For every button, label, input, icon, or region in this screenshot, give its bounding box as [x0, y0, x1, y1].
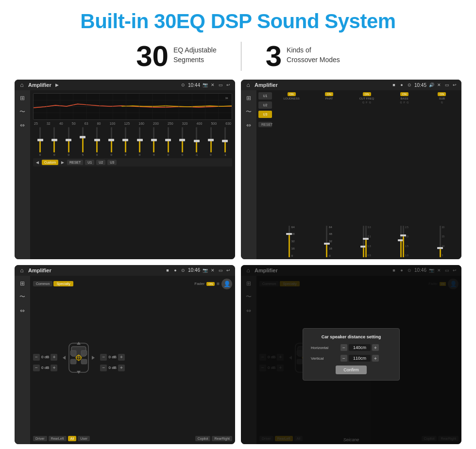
eq-slider-5[interactable]: 0 — [91, 127, 103, 156]
arrows-icon-3[interactable]: ⇔ — [17, 307, 27, 315]
eq-slider-6[interactable]: 0 — [105, 127, 117, 156]
amp-topbar-icons: ■ ● ⊙ 10:45 🔊 ✕ ▭ ↩ — [391, 82, 458, 88]
next-arrow[interactable]: ► — [60, 160, 65, 165]
eq-slider-1[interactable]: 0 — [34, 127, 46, 156]
preset-u1[interactable]: U1 — [258, 92, 272, 100]
stat-eq: 30 EQ AdjustableSegments — [136, 42, 216, 71]
eq-slider-2[interactable]: 0 — [48, 127, 60, 156]
home-icon-2[interactable]: ⌂ — [245, 82, 252, 88]
eq-icon[interactable]: ⊞ — [17, 94, 27, 102]
eq-slider-12[interactable]: -1 — [190, 127, 203, 156]
preset-u2[interactable]: U2 — [258, 101, 272, 109]
amp-reset[interactable]: RESET — [258, 122, 272, 127]
eq-icon-2[interactable]: ⊞ — [244, 94, 254, 102]
amp-cutfreq: ON CUT FREQ G F G — [349, 92, 384, 257]
home-icon-3[interactable]: ⌂ — [18, 267, 25, 274]
amp-topbar: ⌂ Amplifier ■ ● ⊙ 10:45 🔊 ✕ ▭ ↩ — [241, 80, 461, 90]
stat-eq-desc: EQ AdjustableSegments — [173, 42, 217, 65]
plus-left-bottom[interactable]: + — [51, 365, 57, 371]
btn-driver[interactable]: Driver — [33, 436, 47, 441]
eq-time: 10:44 — [188, 83, 200, 88]
eq-slider-13[interactable]: 0 — [204, 127, 217, 156]
eq-icon-3[interactable]: ⊞ — [17, 280, 27, 287]
page-wrapper: Built-in 30EQ DSP Sound System 30 EQ Adj… — [0, 0, 476, 449]
plus-right-bottom[interactable]: + — [118, 365, 125, 371]
location-icon-2: ⊙ — [407, 82, 412, 88]
close-icon-2[interactable]: ✕ — [436, 82, 442, 88]
reset-btn[interactable]: RESET — [67, 160, 83, 165]
amp-sub: ON SUB G 2015105 — [425, 92, 459, 257]
horizontal-plus[interactable]: + — [372, 344, 379, 351]
home-icon[interactable]: ⌂ — [18, 82, 25, 88]
play-icon[interactable]: ▶ — [54, 82, 60, 88]
horizontal-minus[interactable]: − — [340, 344, 347, 351]
vertical-label: Vertical — [311, 356, 338, 361]
minimize-icon[interactable]: ▭ — [218, 82, 223, 88]
eq-slider-10[interactable]: 0 — [162, 127, 174, 156]
amp-main: U1 U2 U3 RESET ON LOUDNESS — [256, 90, 461, 259]
svg-rect-22 — [81, 350, 87, 355]
u2-btn[interactable]: U2 — [96, 160, 105, 165]
btn-rearleft[interactable]: RearLeft — [49, 436, 67, 441]
close-icon-3[interactable]: ✕ — [210, 267, 216, 273]
tab-common[interactable]: Common — [33, 281, 52, 286]
wave-icon-2[interactable]: 〜 — [244, 108, 254, 116]
plus-left-top[interactable]: + — [51, 354, 57, 361]
horizontal-row: Horizontal − 140cm + — [311, 344, 391, 351]
tab-specialty[interactable]: Specialty — [53, 281, 73, 286]
eq-slider-8[interactable]: 0 — [134, 127, 146, 156]
camera-icon-2[interactable]: 📷 — [202, 267, 208, 273]
stats-row: 30 EQ AdjustableSegments 3 Kinds ofCross… — [68, 42, 408, 71]
wave-icon[interactable]: 〜 — [17, 108, 27, 116]
arrows-icon[interactable]: ⇔ — [17, 121, 27, 129]
plus-right-top[interactable]: + — [118, 354, 125, 361]
screen-eq: ⌂ Amplifier ▶ ⊙ 10:44 📷 ✕ ▭ ↩ ⊞ 〜 ⇔ — [15, 80, 235, 259]
minus-left-top[interactable]: − — [33, 354, 40, 361]
vertical-minus[interactable]: − — [340, 355, 347, 362]
minus-left-bottom[interactable]: − — [33, 365, 40, 371]
bass-on: ON — [400, 92, 408, 96]
back-icon-3[interactable]: ↩ — [225, 267, 231, 273]
amp-loudness: ON LOUDNESS 64 48 32 — [274, 92, 309, 257]
arrows-icon-2[interactable]: ⇔ — [244, 121, 254, 129]
stat-eq-number: 30 — [136, 42, 169, 71]
confirm-button[interactable]: Confirm — [336, 366, 367, 374]
page-title: Built-in 30EQ DSP Sound System — [80, 10, 395, 33]
eq-slider-9[interactable]: 0 — [148, 127, 160, 156]
minimize-icon-3[interactable]: ▭ — [218, 267, 223, 273]
eq-topbar: ⌂ Amplifier ▶ ⊙ 10:44 📷 ✕ ▭ ↩ — [15, 80, 235, 90]
u1-btn[interactable]: U1 — [85, 160, 94, 165]
minus-right-top[interactable]: − — [100, 354, 107, 361]
svg-marker-31 — [92, 356, 95, 360]
volume-icon[interactable]: 🔊 — [428, 82, 434, 88]
camera-icon[interactable]: 📷 — [202, 82, 208, 88]
cutfreq-on: ON — [363, 92, 371, 96]
btn-all[interactable]: All — [68, 436, 77, 441]
speaker-time: 10:46 — [188, 267, 200, 273]
stat-crossover: 3 Kinds ofCrossover Modes — [266, 42, 340, 71]
btn-rearright[interactable]: RearRight — [212, 436, 232, 441]
user-icon[interactable]: 👤 — [221, 279, 232, 289]
minimize-icon-2[interactable]: ▭ — [444, 82, 450, 88]
minus-right-bottom[interactable]: − — [100, 365, 107, 371]
preset-u3[interactable]: U3 — [258, 111, 272, 118]
u3-btn[interactable]: U3 — [107, 160, 117, 165]
amp-bass: ON BASS G F G — [387, 92, 422, 257]
eq-slider-11[interactable]: 0 — [176, 127, 188, 156]
back-icon-2[interactable]: ↩ — [452, 82, 458, 88]
wave-icon-3[interactable]: 〜 — [17, 293, 27, 301]
dot-icon-2: ● — [172, 267, 178, 273]
eq-slider-3[interactable]: 0 — [63, 127, 75, 156]
btn-copilot[interactable]: Copilot — [195, 436, 211, 441]
vertical-plus[interactable]: + — [372, 355, 379, 362]
eq-slider-14[interactable]: -1 — [219, 127, 231, 156]
custom-btn[interactable]: Custom — [42, 160, 58, 165]
eq-slider-4[interactable]: 5 — [77, 127, 89, 156]
vertical-row: Vertical − 110cm + — [311, 355, 391, 362]
close-icon[interactable]: ✕ — [210, 82, 216, 88]
back-icon[interactable]: ↩ — [225, 82, 231, 88]
btn-user[interactable]: User — [78, 436, 90, 441]
eq-slider-7[interactable]: 0 — [119, 127, 132, 156]
screen-speaker-dialog: ⌂ Amplifier ■ ● ⊙ 10:46 📷 ✕ ▭ ↩ ⊞ 〜 ⇔ — [241, 265, 461, 445]
prev-arrow[interactable]: ◄ — [35, 160, 40, 165]
